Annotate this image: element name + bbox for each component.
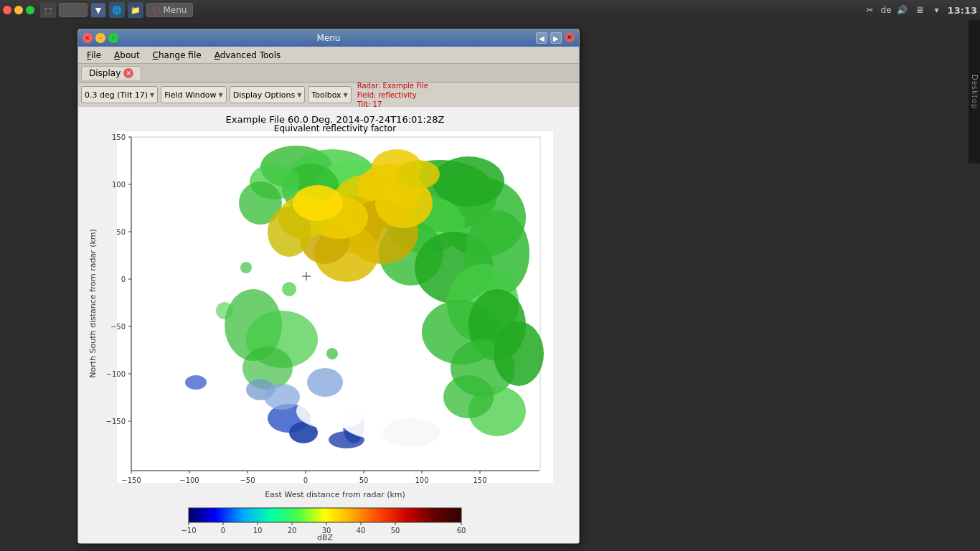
display-tab[interactable]: Display ✕ (81, 66, 141, 80)
toolbox-arrow-icon: ▼ (344, 92, 348, 98)
desktop-label: Desktop (969, 20, 980, 164)
dot-red[interactable] (3, 6, 11, 14)
svg-text:100: 100 (415, 476, 428, 484)
svg-text:East West distance from radar : East West distance from radar (km) (265, 490, 405, 499)
svg-text:−10: −10 (181, 527, 196, 534)
title-bar: ✕ − + Menu ◀ ▶ ✕ (78, 29, 579, 47)
svg-text:150: 150 (112, 133, 126, 141)
title-bar-controls: ✕ − + (83, 33, 118, 43)
svg-text:North South distance from rada: North South distance from radar (km) (88, 229, 98, 378)
menu-bar: File About Change file Advanced Tools (78, 47, 579, 64)
display-options-selector[interactable]: Display Options ▼ (230, 86, 306, 103)
svg-text:50: 50 (391, 527, 400, 534)
radar-info-line1: Radar: Example File (357, 81, 428, 90)
tilt-arrow-icon: ▼ (150, 92, 154, 98)
tab-bar: Display ✕ (78, 64, 579, 83)
radar-info-line3: Tilt: 17 (357, 100, 428, 109)
menu-about[interactable]: About (108, 49, 146, 62)
svg-text:−100: −100 (106, 370, 126, 378)
field-selector[interactable]: Field Window ▼ (161, 86, 226, 103)
svg-point-52 (240, 262, 252, 273)
svg-rect-86 (189, 508, 461, 522)
svg-text:40: 40 (357, 527, 366, 534)
svg-point-7 (185, 375, 207, 390)
taskbar-monitor-icon[interactable]: 🖥 (913, 4, 926, 17)
tilt-selector[interactable]: 0.3 deg (Tilt 17) ▼ (81, 86, 158, 103)
taskbar-scissors-icon[interactable]: ✂ (864, 4, 877, 17)
svg-text:−50: −50 (240, 476, 255, 484)
svg-text:10: 10 (253, 527, 263, 534)
svg-text:0: 0 (303, 476, 308, 484)
taskbar-volume-icon[interactable]: 🔊 (896, 4, 909, 17)
taskbar-icon-1[interactable]: ⬚ (40, 2, 56, 18)
svg-point-53 (216, 302, 233, 319)
svg-text:50: 50 (116, 228, 126, 236)
taskbar: ⬚ ▼ 🌐 📁 ⬡ Menu ✂ de 🔊 🖥 ▾ 13:13 (0, 0, 980, 20)
svg-text:0: 0 (221, 527, 225, 534)
toolbar: 0.3 deg (Tilt 17) ▼ Field Window ▼ Displ… (78, 83, 579, 107)
close-button[interactable]: ✕ (83, 33, 93, 43)
taskbar-dots (3, 6, 34, 14)
svg-text:−50: −50 (110, 323, 126, 331)
svg-text:dBZ: dBZ (317, 533, 334, 540)
svg-text:50: 50 (359, 476, 369, 484)
canvas-area: Example File 60.0 Deg. 2014-07-24T16:01:… (78, 107, 579, 543)
svg-text:−150: −150 (121, 476, 141, 484)
toolbox-selector[interactable]: Toolbox ▼ (308, 86, 351, 103)
svg-point-43 (397, 160, 440, 189)
svg-text:−150: −150 (106, 418, 126, 425)
svg-point-41 (293, 185, 343, 221)
taskbar-folder-icon[interactable]: 📁 (128, 2, 143, 18)
taskbar-arrow-btn[interactable]: ▼ (90, 2, 106, 18)
taskbar-globe-icon[interactable]: 🌐 (109, 2, 125, 18)
title-close-button[interactable]: ✕ (565, 32, 575, 42)
taskbar-lang: de (881, 5, 892, 15)
svg-text:20: 20 (288, 527, 297, 534)
svg-point-51 (282, 282, 296, 296)
taskbar-dropdown-icon[interactable]: ▾ (930, 4, 943, 17)
taskbar-clock: 13:13 (948, 5, 977, 16)
svg-text:100: 100 (112, 181, 126, 189)
svg-text:0: 0 (121, 276, 126, 283)
tab-close-button[interactable]: ✕ (123, 68, 133, 78)
svg-point-19 (494, 321, 544, 386)
svg-point-46 (382, 418, 440, 447)
svg-point-21 (443, 375, 494, 418)
maximize-button[interactable]: + (108, 33, 118, 43)
taskbar-right: ✂ de 🔊 🖥 ▾ 13:13 (864, 4, 977, 17)
tab-label: Display (89, 68, 121, 78)
menu-change-file[interactable]: Change file (147, 49, 207, 62)
radar-chart[interactable]: Example File 60.0 Deg. 2014-07-24T16:01:… (81, 110, 575, 540)
minimize-button[interactable]: − (95, 33, 105, 43)
svg-text:−100: −100 (179, 476, 199, 484)
radar-info: Radar: Example File Field: reflectivity … (357, 81, 428, 109)
chart-title2: Equivalent reflectivity factor (274, 123, 396, 133)
menu-file[interactable]: File (81, 49, 107, 62)
taskbar-square-btn[interactable] (59, 3, 88, 17)
dot-yellow[interactable] (14, 6, 23, 14)
svg-point-50 (326, 348, 338, 359)
nav-forward-button[interactable]: ▶ (550, 32, 562, 44)
nav-back-button[interactable]: ◀ (536, 32, 547, 44)
title-bar-right: ◀ ▶ ✕ (536, 32, 575, 44)
radar-info-line2: Field: reflectivity (357, 90, 428, 100)
svg-point-45 (296, 393, 368, 429)
menu-advanced-tools[interactable]: Advanced Tools (209, 49, 287, 62)
svg-text:60: 60 (457, 527, 466, 534)
field-arrow-icon: ▼ (219, 92, 223, 98)
svg-point-47 (307, 368, 343, 397)
svg-text:150: 150 (473, 476, 486, 484)
taskbar-menu-button[interactable]: ⬡ Menu (146, 3, 193, 17)
window-title: Menu (317, 33, 341, 43)
app-window: ✕ − + Menu ◀ ▶ ✕ File About Change file … (77, 29, 580, 544)
dot-green[interactable] (26, 6, 34, 14)
display-arrow-icon: ▼ (297, 92, 301, 98)
svg-point-49 (264, 384, 300, 410)
